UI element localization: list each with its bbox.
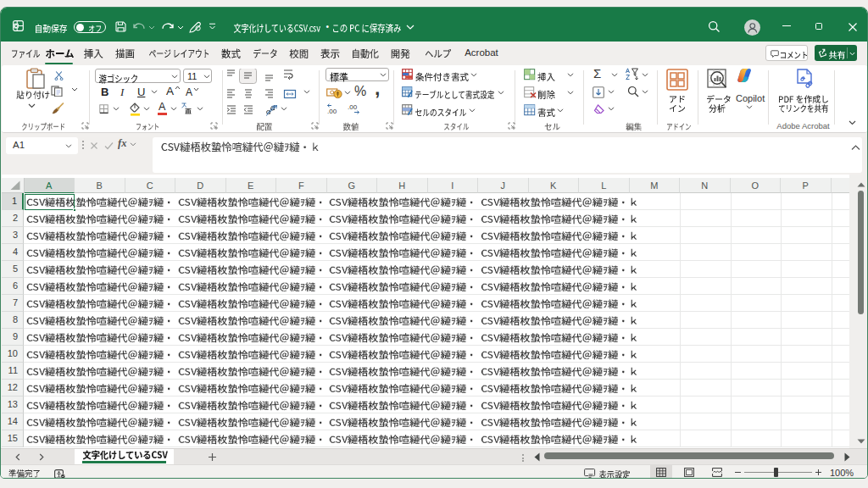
svg-text:.00: .00 [348, 103, 358, 111]
svg-text:.00: .00 [327, 108, 337, 115]
